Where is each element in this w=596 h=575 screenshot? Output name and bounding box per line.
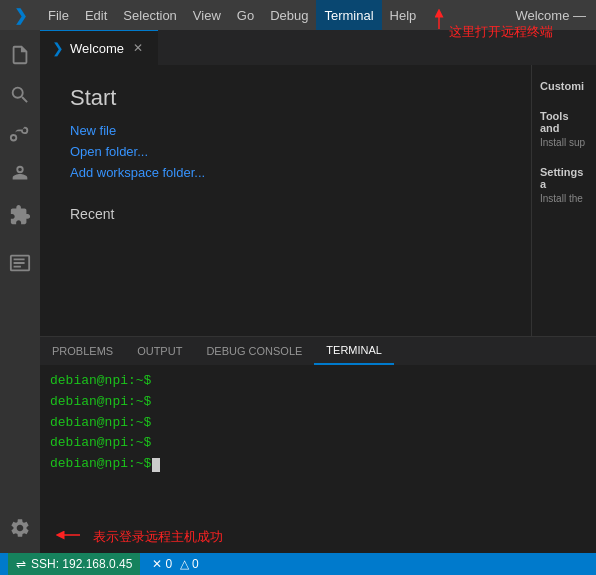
content-area: Start New file Open folder... Add worksp… [40, 65, 596, 336]
status-bar: ⇌ SSH: 192.168.0.45 ✕ 0 △ 0 [0, 553, 596, 575]
terminal-line-4: debian@npi:~$ [50, 433, 586, 454]
settings-title: Settings a [540, 166, 588, 190]
tools-sub: Install sup [540, 137, 588, 148]
customize-section: Customi [540, 80, 588, 92]
remote-explorer-icon[interactable] [0, 243, 40, 283]
menu-edit[interactable]: Edit [77, 0, 115, 30]
terminal-annotation: 这里打开远程终端 [449, 23, 553, 41]
panel-tab-problems[interactable]: PROBLEMS [40, 337, 125, 365]
titlebar: ❯ File Edit Selection View Go Debug Term… [0, 0, 596, 30]
activity-bar-bottom [0, 508, 40, 548]
menu-terminal[interactable]: Terminal [316, 0, 381, 30]
settings-section: Settings a Install the [540, 166, 588, 204]
tab-welcome[interactable]: ❯ Welcome ✕ [40, 30, 158, 65]
ssh-status[interactable]: ⇌ SSH: 192.168.0.45 [8, 553, 140, 575]
menu-selection[interactable]: Selection [115, 0, 184, 30]
error-count-item: ✕ 0 [152, 557, 172, 571]
tab-label: Welcome [70, 41, 124, 56]
panel-area: PROBLEMS OUTPUT DEBUG CONSOLE TERMINAL d… [40, 336, 596, 521]
editor-area: ❯ Welcome ✕ Start New file Open folder..… [40, 30, 596, 553]
annotation-arrow-icon [55, 525, 85, 549]
activity-bar [0, 30, 40, 553]
app-logo: ❯ [0, 6, 40, 25]
panel-tabs: PROBLEMS OUTPUT DEBUG CONSOLE TERMINAL [40, 337, 596, 365]
ssh-icon: ⇌ [16, 557, 26, 571]
tab-icon: ❯ [52, 40, 64, 56]
settings-sub: Install the [540, 193, 588, 204]
terminal-line-5: debian@npi:~$ [50, 454, 586, 475]
menu-help[interactable]: Help [382, 0, 425, 30]
menu-go[interactable]: Go [229, 0, 262, 30]
files-icon[interactable] [0, 35, 40, 75]
customize-title: Customi [540, 80, 588, 92]
ssh-label: SSH: 192.168.0.45 [31, 557, 132, 571]
panel-tab-output[interactable]: OUTPUT [125, 337, 194, 365]
menu-file[interactable]: File [40, 0, 77, 30]
add-workspace-link[interactable]: Add workspace folder... [70, 165, 501, 180]
terminal-line-1: debian@npi:~$ [50, 371, 586, 392]
tab-close-button[interactable]: ✕ [130, 40, 146, 56]
warning-icon: △ [180, 557, 189, 571]
panel-tab-debug-console[interactable]: DEBUG CONSOLE [194, 337, 314, 365]
main-layout: ❯ Welcome ✕ Start New file Open folder..… [0, 30, 596, 553]
bottom-annotation-text: 表示登录远程主机成功 [93, 528, 223, 546]
start-heading: Start [70, 85, 501, 111]
search-icon[interactable] [0, 75, 40, 115]
open-folder-link[interactable]: Open folder... [70, 144, 501, 159]
recent-heading: Recent [70, 206, 501, 222]
menu-view[interactable]: View [185, 0, 229, 30]
error-icon: ✕ [152, 557, 162, 571]
terminal-line-2: debian@npi:~$ [50, 392, 586, 413]
panel-tab-terminal[interactable]: TERMINAL [314, 337, 394, 365]
menu-bar: File Edit Selection View Go Debug Termin… [40, 0, 424, 30]
status-errors: ✕ 0 △ 0 [152, 557, 198, 571]
terminal-cursor [152, 458, 160, 472]
welcome-panel: Start New file Open folder... Add worksp… [40, 65, 531, 336]
extensions-icon[interactable] [0, 195, 40, 235]
source-control-icon[interactable] [0, 115, 40, 155]
error-count: 0 [165, 557, 172, 571]
terminal-line-3: debian@npi:~$ [50, 413, 586, 434]
tools-section: Tools and Install sup [540, 110, 588, 148]
new-file-link[interactable]: New file [70, 123, 501, 138]
warning-count: 0 [192, 557, 199, 571]
bottom-annotation-area: 表示登录远程主机成功 [40, 521, 596, 553]
menu-debug[interactable]: Debug [262, 0, 316, 30]
debug-icon[interactable] [0, 155, 40, 195]
warning-count-item: △ 0 [180, 557, 199, 571]
tools-title: Tools and [540, 110, 588, 134]
settings-icon[interactable] [0, 508, 40, 548]
right-panel: Customi Tools and Install sup Settings a… [531, 65, 596, 336]
terminal-content[interactable]: debian@npi:~$ debian@npi:~$ debian@npi:~… [40, 365, 596, 521]
